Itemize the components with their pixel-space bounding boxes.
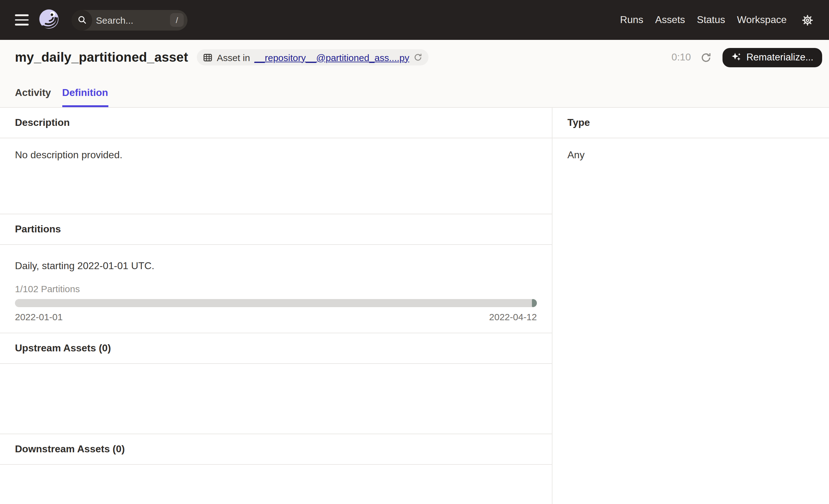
partitions-body: Daily, starting 2022-01-01 UTC. 1/102 Pa… [0, 245, 552, 333]
nav-item-assets[interactable]: Assets [655, 14, 685, 26]
type-title: Type [567, 117, 590, 128]
definition-side-column: Type Any [552, 108, 829, 504]
partition-count-label: 1/102 Partitions [15, 284, 537, 295]
type-body: Any [552, 138, 829, 161]
section-header-downstream: Downstream Assets (0) [0, 434, 552, 465]
page-title: my_daily_partitioned_asset [15, 50, 188, 65]
tab-activity[interactable]: Activity [15, 78, 51, 107]
nav-item-workspace[interactable]: Workspace [737, 14, 787, 26]
asset-location-badge[interactable]: Asset in __repository__@partitioned_ass.… [197, 49, 429, 65]
section-header-type: Type [552, 108, 829, 138]
partition-range: 2022-01-01 2022-04-12 [15, 312, 537, 322]
search-icon [72, 10, 92, 30]
search-shortcut-badge: / [170, 13, 184, 27]
downstream-body-empty [0, 465, 552, 504]
search-input[interactable]: Search... / [72, 10, 187, 30]
dagster-asset-page: Search... / Runs Assets Status Workspace [0, 0, 829, 504]
nav-item-status[interactable]: Status [697, 14, 725, 26]
nav-links: Runs Assets Status Workspace [620, 14, 787, 26]
tab-definition[interactable]: Definition [62, 78, 108, 107]
section-header-partitions: Partitions [0, 214, 552, 245]
sparkle-icon [731, 52, 742, 62]
dagster-logo[interactable] [37, 8, 61, 32]
partition-range-start: 2022-01-01 [15, 312, 63, 322]
refresh-icon[interactable] [701, 52, 712, 63]
description-body: No description provided. [0, 138, 552, 214]
asset-badge-prefix: Asset in [217, 52, 250, 63]
partition-progress-bar [15, 299, 537, 307]
downstream-title: Downstream Assets (0) [15, 443, 125, 455]
upstream-title: Upstream Assets (0) [15, 343, 111, 354]
refresh-countdown: 0:10 [672, 52, 691, 63]
asset-tabs: Activity Definition [15, 78, 829, 107]
partitions-title: Partitions [15, 224, 61, 235]
definition-main-column: Description No description provided. Par… [0, 108, 552, 504]
partition-range-end: 2022-04-12 [489, 312, 537, 322]
menu-hamburger-icon[interactable] [15, 14, 29, 26]
reload-repository-icon[interactable] [413, 53, 422, 62]
rematerialize-label: Rematerialize... [747, 52, 814, 63]
repository-link[interactable]: __repository__@partitioned_ass....py [254, 52, 409, 63]
asset-group-icon [203, 52, 212, 62]
section-header-description: Description [0, 108, 552, 138]
description-title: Description [15, 117, 70, 128]
asset-header: my_daily_partitioned_asset Asset in __re… [0, 40, 829, 108]
top-navigation: Search... / Runs Assets Status Workspace [0, 0, 829, 40]
rematerialize-button[interactable]: Rematerialize... [723, 48, 822, 67]
definition-content: Description No description provided. Par… [0, 108, 829, 504]
upstream-body-empty [0, 364, 552, 434]
settings-gear-icon[interactable] [802, 14, 814, 26]
partition-schedule-text: Daily, starting 2022-01-01 UTC. [15, 260, 537, 272]
section-header-upstream: Upstream Assets (0) [0, 333, 552, 364]
type-value: Any [567, 149, 814, 161]
search-placeholder: Search... [96, 15, 133, 25]
nav-item-runs[interactable]: Runs [620, 14, 643, 26]
partition-progress-fill [532, 299, 537, 307]
description-text: No description provided. [15, 149, 537, 161]
